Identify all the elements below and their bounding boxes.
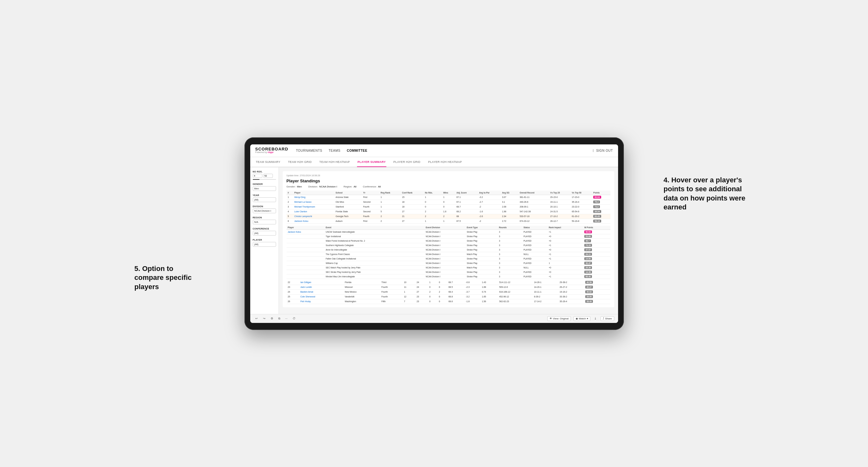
event-header-row: Player Event Event Division Event Type R… — [286, 226, 611, 230]
evt-cell-division: NCAA Division I — [425, 270, 466, 274]
cell-points[interactable]: 58.18 — [592, 219, 610, 223]
cell-points[interactable]: 76.3 — [592, 199, 610, 204]
view-original-button[interactable]: 👁 View: Original — [547, 316, 571, 321]
evt-cell-player — [286, 270, 324, 274]
subnav-team-h2h-grid[interactable]: TEAM H2H GRID — [287, 157, 312, 167]
no-rds-min-input[interactable] — [253, 174, 262, 178]
cell-yr: Fourth — [380, 289, 403, 294]
cell-points[interactable]: 39.95 — [584, 294, 611, 299]
evt-cell-player: Jackson Kolvu — [286, 229, 324, 234]
clock-button[interactable]: ⏱ — [291, 316, 297, 321]
cell-avg-sg: 1.65 — [481, 294, 498, 299]
cell-school: Auburn — [334, 219, 362, 223]
copy-button[interactable]: ⧉ — [277, 316, 281, 321]
table-row: 26 Petr Hruby Washington Fifth 7 23 0 0 … — [286, 299, 611, 304]
evt-cell-points[interactable]: 53.60 — [583, 234, 611, 239]
event-table-row: Jackson Kolvu UNCW Seahawk Intercollegia… — [286, 229, 611, 234]
cell-yr: Second — [362, 199, 379, 204]
event-breakdown-section: Player Event Event Division Event Type R… — [286, 226, 611, 279]
evt-cell-rank-impact: +1 — [547, 243, 583, 247]
sidebar-year-section: Year (All) — [253, 194, 276, 202]
nav-committee[interactable]: COMMITTEE — [347, 148, 368, 153]
subnav-player-h2h-grid[interactable]: PLAYER H2H GRID — [393, 157, 421, 167]
evt-cell-points[interactable]: 37.57 — [583, 247, 611, 252]
cell-vs-top25: 24-31-5 — [549, 209, 570, 214]
cell-points[interactable]: 72.2 — [592, 204, 610, 209]
region-select[interactable]: N/A — [253, 220, 276, 224]
year-select[interactable]: (All) — [253, 197, 276, 202]
event-table-row: SEC Stroke Play hosted by Jerry Pate NCA… — [286, 270, 611, 274]
subnav-team-summary[interactable]: TEAM SUMMARY — [255, 157, 281, 167]
cell-no-rds: 2 — [424, 209, 442, 214]
col-avg-sg: Avg SG — [501, 191, 518, 195]
export-button[interactable]: ⤓ — [593, 316, 598, 321]
cell-yr: Fifth — [380, 299, 403, 304]
content-area: Update time: 27/01/2024 16:56:26 Player … — [279, 167, 618, 314]
gender-select[interactable]: Men — [253, 186, 276, 191]
watch-button[interactable]: ◉ Watch ▾ — [574, 316, 590, 321]
evt-cell-points[interactable]: 14.90 — [583, 256, 611, 261]
cell-player: Bastien Amat — [299, 289, 343, 294]
event-table-row: Southern Highlands Collegiate NCAA Divis… — [286, 243, 611, 247]
cell-adj-score: 68 — [455, 214, 478, 219]
evt-cell-rounds: 3 — [498, 243, 522, 247]
cell-avg-to-par: -3.2 — [478, 195, 501, 199]
cell-wins: 0 — [438, 299, 447, 304]
evt-cell-division: NCAA Division I — [425, 256, 466, 261]
cell-vs-top50: 29-38-2 — [558, 280, 584, 285]
conference-select[interactable]: (All) — [253, 231, 276, 236]
evt-cell-points[interactable]: 25.36 — [583, 265, 611, 270]
cell-vs-top50: 26-27-2 — [558, 285, 584, 289]
cell-overall: 616-168-12 — [498, 289, 533, 294]
undo-button[interactable]: ↩ — [254, 316, 259, 321]
cell-points[interactable]: 60.64 — [592, 195, 610, 199]
cell-school: Georgia Tech — [334, 214, 362, 219]
evt-cell-rounds: 3 — [498, 229, 522, 234]
cell-adj-score: 68.5 — [447, 285, 464, 289]
evt-cell-event: Southern Highlands Collegiate — [324, 243, 425, 247]
sign-out-button[interactable]: Sign out — [596, 148, 613, 153]
share-button[interactable]: ⤴ Share — [600, 316, 614, 321]
more-players-table: 22 Ian Gilligan Florida Third 10 24 1 0 … — [286, 280, 611, 304]
cell-points[interactable]: 40.02 — [584, 289, 611, 294]
evt-cell-rank-impact: +0 — [547, 234, 583, 239]
evt-cell-points[interactable]: 14.38 — [583, 270, 611, 274]
evt-col-rank-impact: Rank Impact — [547, 226, 583, 230]
cell-reg-rank: 1 — [403, 289, 415, 294]
evt-cell-player — [286, 252, 324, 256]
nav-teams[interactable]: TEAMS — [329, 148, 340, 153]
subnav-player-h2h-heatmap[interactable]: PLAYER H2H HEATMAP — [428, 157, 463, 167]
cell-vs-top25: 14-26-1 — [533, 280, 558, 285]
cell-avg-to-par: -3.2 — [464, 294, 480, 299]
no-rds-max-input[interactable] — [263, 174, 273, 178]
subnav-team-h2h-heatmap[interactable]: TEAM H2H HEATMAP — [319, 157, 351, 167]
evt-cell-points[interactable]: 46.7 — [583, 239, 611, 243]
cell-conf-rank: 24 — [415, 285, 428, 289]
nav-tournaments[interactable]: TOURNAMENTS — [296, 148, 322, 153]
cell-school: Ole Miss — [334, 199, 362, 204]
evt-cell-points[interactable]: 24.11 — [583, 252, 611, 256]
evt-cell-points[interactable]: 30.47 — [583, 261, 611, 265]
cell-points[interactable]: 38.49 — [584, 299, 611, 304]
sub-nav: TEAM SUMMARY TEAM H2H GRID TEAM H2H HEAT… — [250, 157, 618, 167]
cell-conf-rank: 27 — [415, 289, 428, 294]
cell-adj-score: 68.7 — [455, 204, 478, 209]
settings-button[interactable]: ⚙ — [269, 316, 275, 321]
event-table-row: SEC Match Play hosted by Jerry Pate NCAA… — [286, 265, 611, 270]
more-button[interactable]: ··· — [284, 316, 289, 321]
cell-points[interactable]: 40.27 — [584, 285, 611, 289]
division-select[interactable]: NCAA Division I — [253, 209, 276, 213]
cell-points[interactable]: 40.58 — [584, 280, 611, 285]
no-rds-slider[interactable] — [253, 179, 276, 180]
player-select[interactable]: (All) — [253, 242, 276, 247]
redo-button[interactable]: ↪ — [262, 316, 267, 321]
cell-points[interactable]: 36.54 — [592, 209, 610, 214]
evt-cell-points[interactable]: 73.33 — [583, 243, 611, 247]
evt-cell-event: Wake Forest Invitational at Pinehurst No… — [324, 239, 425, 243]
cell-points[interactable]: 60.49 — [592, 214, 610, 219]
sidebar-gender-section: Gender Men — [253, 183, 276, 191]
subnav-player-summary[interactable]: PLAYER SUMMARY — [357, 157, 387, 167]
evt-cell-points[interactable]: 66.40 — [583, 274, 611, 279]
evt-cell-event: UNCW Seahawk Intercollegiate — [324, 229, 425, 234]
evt-cell-points[interactable]: 60.64 — [583, 229, 611, 234]
